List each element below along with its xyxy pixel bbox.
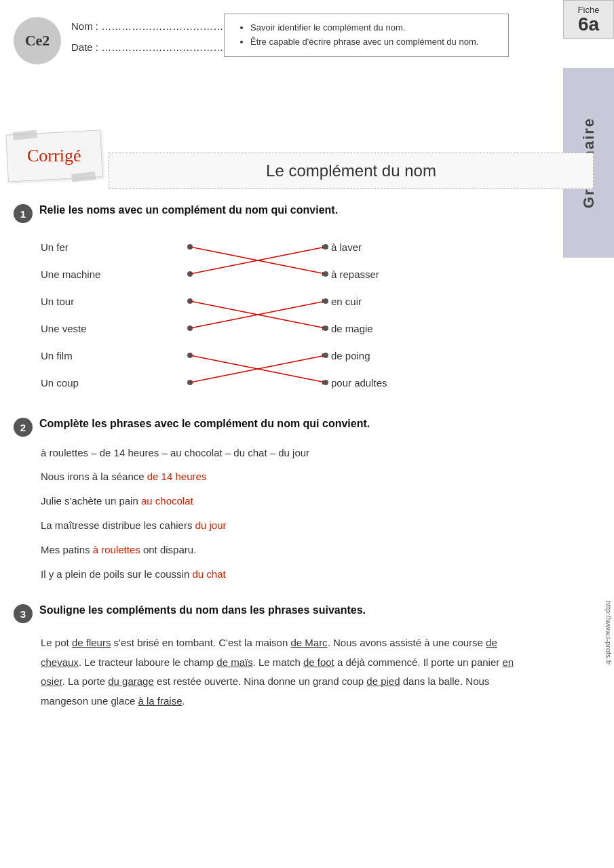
- main-title: Le complément du nom: [266, 161, 436, 180]
- section-1-title: Relie les noms avec un complément du nom…: [39, 203, 338, 218]
- ce2-badge: Ce2: [14, 17, 61, 64]
- section-2-num: 2: [14, 418, 33, 437]
- objective-1: Savoir identifier le complément du nom.: [250, 21, 496, 35]
- section-3-title: Souligne les compléments du nom dans les…: [39, 603, 366, 618]
- sentence-3-answer: à roulettes: [93, 544, 140, 555]
- section-3-text: Le pot de fleurs s'est brisé en tombant.…: [41, 633, 539, 711]
- sentence-0-answer: de 14 heures: [147, 471, 207, 482]
- section-2: 2 Complète les phrases avec le complémen…: [14, 416, 539, 583]
- section-3-num: 3: [14, 604, 33, 623]
- sentence-4: Il y a plein de poils sur le coussin du …: [41, 566, 539, 583]
- corrige-text: Corrigé: [27, 146, 81, 166]
- dot-right-3: [323, 326, 328, 331]
- underlined-complement: à la fraise: [138, 695, 182, 707]
- matching-left: Un fer Une machine Un tour Une veste Un …: [41, 233, 190, 396]
- section-3-header: 3 Souligne les compléments du nom dans l…: [14, 603, 539, 623]
- matching-lines-svg: [190, 233, 326, 396]
- objectives-box: Savoir identifier le complément du nom. …: [224, 14, 509, 57]
- underlined-complement: de maïs: [216, 656, 252, 668]
- dot-right-0: [323, 244, 328, 250]
- sentence-3-suffix: ont disparu.: [140, 544, 197, 555]
- match-left-4: Un film: [41, 342, 190, 369]
- sentence-3: Mes patins à roulettes ont disparu.: [41, 542, 539, 558]
- match-right-0: à laver: [326, 233, 461, 260]
- section-2-header: 2 Complète les phrases avec le complémen…: [14, 416, 539, 437]
- section-2-title: Complète les phrases avec le complément …: [39, 416, 370, 431]
- match-right-5: pour adultes: [326, 369, 461, 396]
- match-left-0: Un fer: [41, 233, 190, 260]
- page: Fiche 6a Grammaire Ce2 Nom : ………………………………: [0, 0, 614, 868]
- match-left-3: Une veste: [41, 315, 190, 342]
- sentence-0-prefix: Nous irons à la séance: [41, 471, 147, 482]
- sentence-1-prefix: Julie s'achète un pain: [41, 495, 141, 507]
- dot-right-4: [323, 353, 328, 358]
- sentence-4-prefix: Il y a plein de poils sur le coussin: [41, 568, 192, 580]
- main-title-box: Le complément du nom: [109, 153, 594, 189]
- objective-2: Être capable d'écrire phrase avec un com…: [250, 35, 496, 50]
- objectives-list: Savoir identifier le complément du nom. …: [237, 21, 496, 50]
- underlined-complement: de pied: [366, 675, 400, 687]
- header: Ce2 Nom : ……………………………… Date : ……………………………: [14, 14, 594, 64]
- match-right-3: de magie: [326, 315, 461, 342]
- sentence-2-answer: du jour: [195, 519, 227, 531]
- word-list: à roulettes – de 14 heures – au chocolat…: [41, 447, 539, 458]
- section-1: 1 Relie les noms avec un complément du n…: [14, 203, 539, 396]
- sentence-0: Nous irons à la séance de 14 heures: [41, 469, 539, 485]
- section-1-header: 1 Relie les noms avec un complément du n…: [14, 203, 539, 223]
- section-1-num: 1: [14, 204, 33, 223]
- sentence-3-prefix: Mes patins: [41, 544, 93, 555]
- sentence-2: La maîtresse distribue les cahiers du jo…: [41, 517, 539, 534]
- url-text: http://www.i-profs.fr: [605, 601, 613, 665]
- underlined-complement: de Marc: [290, 637, 327, 648]
- match-left-2: Un tour: [41, 288, 190, 315]
- underlined-complement: de fleurs: [72, 637, 111, 648]
- dot-right-5: [323, 380, 328, 385]
- match-right-4: de poing: [326, 342, 461, 369]
- match-left-1: Une machine: [41, 260, 190, 288]
- corrige-tag: Corrigé: [5, 130, 102, 182]
- sentence-1: Julie s'achète un pain au chocolat: [41, 493, 539, 509]
- title-area: Corrigé Le complément du nom: [14, 153, 594, 189]
- section-3: 3 Souligne les compléments du nom dans l…: [14, 603, 539, 711]
- underlined-complement: de foot: [303, 656, 334, 668]
- match-right-2: en cuir: [326, 288, 461, 315]
- sentence-1-answer: au chocolat: [141, 495, 193, 507]
- matching-right: à laver à repasser en cuir de magie de p…: [326, 233, 461, 396]
- dot-right-1: [323, 271, 328, 277]
- matching-area: Un fer Une machine Un tour Une veste Un …: [41, 233, 539, 396]
- match-left-5: Un coup: [41, 369, 190, 396]
- match-right-1: à repasser: [326, 260, 461, 288]
- underlined-complement: du garage: [108, 675, 154, 687]
- sentence-4-answer: du chat: [192, 568, 225, 580]
- dot-right-2: [323, 298, 328, 304]
- sentence-2-prefix: La maîtresse distribue les cahiers: [41, 519, 195, 531]
